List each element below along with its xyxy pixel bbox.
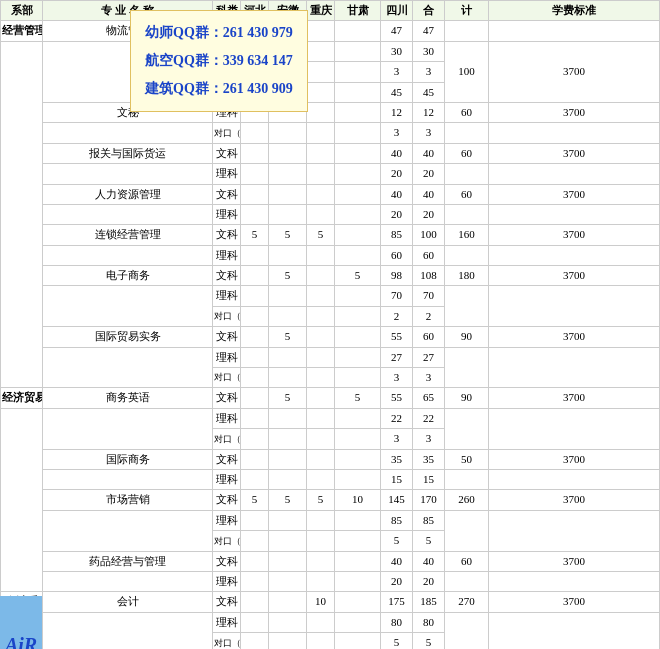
col-sichuan: 四川	[381, 1, 413, 21]
major-cell: 国际贸易实务	[43, 327, 213, 347]
gansu-cell	[335, 204, 381, 224]
fee-cell: 3700	[489, 143, 660, 163]
major-cell: 文秘	[43, 102, 213, 122]
col-dept: 系部	[1, 1, 43, 21]
anhui-cell: 5	[269, 490, 307, 510]
dept-cell	[1, 408, 43, 592]
gansu-cell	[335, 82, 381, 102]
hebei-cell	[241, 62, 269, 82]
table-row: 理科8585	[1, 510, 660, 530]
major-cell: 商务英语	[43, 388, 213, 408]
anhui-cell	[269, 551, 307, 571]
sichuan-cell: 47	[381, 21, 413, 41]
total2-cell	[445, 245, 489, 265]
type-cell: 对口（财经类）	[213, 368, 241, 388]
fee-cell	[489, 286, 660, 327]
chongqing-cell	[307, 368, 335, 388]
anhui-cell	[269, 510, 307, 530]
hebei-cell	[241, 388, 269, 408]
sichuan-cell: 60	[381, 245, 413, 265]
fee-cell	[489, 510, 660, 551]
chongqing-cell	[307, 123, 335, 143]
major-cell: 连锁经营管理	[43, 225, 213, 245]
fee-cell	[489, 123, 660, 143]
col-total2: 计	[445, 1, 489, 21]
total1-cell: 20	[413, 571, 445, 591]
sichuan-cell: 145	[381, 490, 413, 510]
col-type: 科类	[213, 1, 241, 21]
total1-cell: 30	[413, 41, 445, 61]
dept-cell: 经营管理系	[1, 21, 43, 41]
type-cell: 文科	[213, 449, 241, 469]
hebei-cell	[241, 41, 269, 61]
total2-cell	[445, 612, 489, 649]
type-cell: 对口（财经类）	[213, 306, 241, 326]
major-cell	[43, 41, 213, 102]
fee-cell: 3700	[489, 102, 660, 122]
total2-cell	[445, 347, 489, 388]
major-cell: 报关与国际货运	[43, 143, 213, 163]
type-cell: 对口（社会管理与服务类）	[213, 123, 241, 143]
chongqing-cell	[307, 266, 335, 286]
type-cell: 理科	[213, 408, 241, 428]
col-anhui: 安徽	[269, 1, 307, 21]
gansu-cell	[335, 286, 381, 306]
gansu-cell: 10	[335, 490, 381, 510]
total2-cell	[445, 164, 489, 184]
sichuan-cell: 40	[381, 143, 413, 163]
type-cell: 理科	[213, 204, 241, 224]
sichuan-cell: 85	[381, 225, 413, 245]
major-cell: 人力资源管理	[43, 184, 213, 204]
table-row: 市场营销文科555101451702603700	[1, 490, 660, 510]
hebei-cell	[241, 633, 269, 649]
hebei-cell	[241, 143, 269, 163]
chongqing-cell	[307, 41, 335, 61]
chongqing-cell	[307, 633, 335, 649]
table-row: 理科8080	[1, 612, 660, 632]
chongqing-cell	[307, 204, 335, 224]
type-cell: 理科	[213, 469, 241, 489]
table-row: 理科2020	[1, 571, 660, 591]
chongqing-cell	[307, 164, 335, 184]
sichuan-cell: 5	[381, 633, 413, 649]
major-cell	[43, 469, 213, 489]
hebei-cell	[241, 327, 269, 347]
table-row: 会计系会计文科101751852703700	[1, 592, 660, 612]
type-cell: 理科	[213, 102, 241, 122]
major-cell: 电子商务	[43, 266, 213, 286]
anhui-cell	[269, 41, 307, 61]
gansu-cell	[335, 102, 381, 122]
fee-cell	[489, 245, 660, 265]
sichuan-cell: 85	[381, 510, 413, 530]
gansu-cell	[335, 408, 381, 428]
chongqing-cell	[307, 286, 335, 306]
table-row: 药品经营与管理文科4040603700	[1, 551, 660, 571]
major-cell	[43, 347, 213, 388]
hebei-cell: 5	[241, 490, 269, 510]
type-cell: 理科	[213, 510, 241, 530]
type-cell: 理科	[213, 41, 241, 61]
total2-cell	[445, 204, 489, 224]
total1-cell: 60	[413, 245, 445, 265]
type-cell: 理科	[213, 164, 241, 184]
hebei-cell	[241, 510, 269, 530]
fee-cell	[489, 469, 660, 489]
fee-cell: 3700	[489, 388, 660, 408]
total2-cell	[445, 21, 489, 41]
total1-cell: 35	[413, 449, 445, 469]
anhui-cell	[269, 368, 307, 388]
sichuan-cell: 20	[381, 571, 413, 591]
dept-cell	[1, 41, 43, 388]
sichuan-cell: 175	[381, 592, 413, 612]
fee-cell	[489, 21, 660, 41]
total1-cell: 45	[413, 82, 445, 102]
total1-cell: 3	[413, 368, 445, 388]
total2-cell	[445, 408, 489, 449]
chongqing-cell	[307, 612, 335, 632]
total1-cell: 12	[413, 102, 445, 122]
hebei-cell	[241, 469, 269, 489]
anhui-cell	[269, 82, 307, 102]
fee-cell: 3700	[489, 41, 660, 102]
table-row: 连锁经营管理文科555851001603700	[1, 225, 660, 245]
anhui-cell: 5	[269, 266, 307, 286]
